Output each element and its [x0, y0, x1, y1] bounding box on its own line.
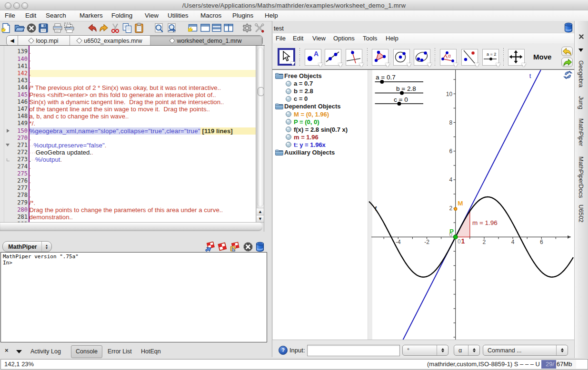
scroll-up-button[interactable]: ▲	[257, 208, 264, 215]
point-P[interactable]	[453, 235, 458, 239]
help-icon[interactable]: ?	[279, 346, 288, 355]
tool-dropdown-arrow-icon[interactable]	[453, 63, 458, 67]
gg-menu-help[interactable]: Help	[386, 35, 399, 42]
fold-open-icon[interactable]	[6, 144, 10, 146]
point-tool-button[interactable]: A	[305, 49, 321, 66]
menu-markers[interactable]: Markers	[80, 12, 103, 19]
split-vertical-icon[interactable]	[223, 22, 234, 34]
database-icon[interactable]	[256, 242, 266, 252]
ellipse-tool-button[interactable]	[414, 49, 430, 66]
scrollbar-thumb[interactable]	[258, 87, 264, 96]
save-icon[interactable]	[38, 22, 49, 34]
dock-tab-jung[interactable]: Jung	[578, 96, 585, 109]
polygon-tool-button[interactable]	[372, 49, 389, 66]
algebra-item-b[interactable]: b = 2.8	[273, 87, 368, 95]
tool-dropdown-arrow-icon[interactable]	[427, 63, 432, 67]
algebra-item-t:[interactable]: t: y = 1.96x	[273, 141, 368, 148]
console-output[interactable]: MathPiper version ".75a"In>	[0, 252, 267, 342]
copy-icon[interactable]	[121, 22, 133, 34]
run-in-buffer-icon[interactable]	[229, 242, 240, 252]
find-icon[interactable]	[153, 22, 165, 34]
cut-icon[interactable]	[110, 22, 121, 34]
menu-folding[interactable]: Folding	[111, 12, 132, 19]
run-script-icon[interactable]	[205, 242, 215, 252]
tool-dropdown-arrow-icon[interactable]	[475, 63, 479, 67]
plugin-manager-icon[interactable]	[254, 22, 265, 34]
tool-dropdown-arrow-icon[interactable]	[385, 63, 390, 67]
algebra-item-c[interactable]: c = 0	[273, 95, 368, 102]
undo-button[interactable]	[561, 47, 573, 56]
text-editor[interactable]: 1391401411421431441451461471481491502702…	[0, 46, 264, 223]
algebra-item-a[interactable]: a = 0.7	[273, 79, 368, 87]
editor-vertical-scrollbar[interactable]: ▲ ▼	[256, 46, 264, 222]
menu-plugins[interactable]: Plugins	[232, 12, 253, 19]
memory-gauge[interactable]: 29/ 67Mb	[541, 360, 576, 369]
degree-selector[interactable]: °	[402, 345, 448, 356]
undo-icon[interactable]	[87, 22, 98, 34]
print-icon[interactable]	[52, 22, 63, 34]
dock-tab-activity-log[interactable]: Activity Log	[30, 348, 61, 355]
menu-file[interactable]: File	[5, 12, 15, 19]
gg-menu-edit[interactable]: Edit	[293, 35, 303, 42]
tool-dropdown-arrow-icon[interactable]	[496, 63, 500, 67]
fold-collapsed-icon[interactable]	[7, 129, 10, 133]
dock-close-icon[interactable]	[579, 34, 584, 39]
tool-dropdown-arrow-icon[interactable]	[338, 63, 343, 67]
graphics-canvas[interactable]	[372, 70, 574, 340]
gg-menu-view[interactable]: View	[312, 35, 326, 42]
scroll-down-button[interactable]: ▼	[257, 215, 264, 222]
menu-search[interactable]: Search	[46, 12, 66, 19]
line-tool-button[interactable]	[325, 49, 341, 66]
open-folder-icon[interactable]	[14, 22, 25, 34]
slider-tool-button[interactable]: a = 2	[482, 49, 499, 66]
shell-selector[interactable]: MathPiper ▲▼	[2, 241, 52, 252]
algebra-item-m[interactable]: m = 1.96	[273, 133, 368, 141]
find-next-icon[interactable]	[166, 22, 178, 34]
stop-icon[interactable]	[243, 242, 253, 252]
page-setup-icon[interactable]	[64, 22, 75, 34]
new-view-icon[interactable]	[187, 22, 199, 34]
buffer-tab-loop.mpi[interactable]: loop.mpi	[18, 36, 70, 46]
new-file-icon[interactable]	[0, 22, 12, 34]
dock-tab-mathpiper[interactable]: MathPiper	[578, 118, 585, 146]
move-view-tool-button[interactable]	[508, 49, 525, 66]
graphics-view[interactable]: -4-224624681000a = 0.7b = 2.8c = 0ft1m =…	[368, 70, 574, 340]
move-tool-button[interactable]	[278, 48, 295, 66]
global-options-icon[interactable]	[241, 22, 253, 34]
dock-tab-u6502[interactable]: U6502	[578, 204, 585, 223]
circle-tool-button[interactable]	[393, 49, 410, 66]
paste-icon[interactable]	[133, 22, 145, 34]
algebra-item-P[interactable]: P = (0, 0)	[273, 118, 368, 126]
tool-dropdown-arrow-icon[interactable]	[521, 63, 526, 67]
menu-edit[interactable]: Edit	[25, 12, 36, 19]
menu-utilities[interactable]: Utilities	[168, 12, 189, 19]
tool-dropdown-arrow-icon[interactable]	[407, 63, 411, 67]
buffer-tab-worksheet_demo_1.mrw[interactable]: worksheet_demo_1.mrw	[150, 36, 262, 46]
angle-tool-button[interactable]: α	[440, 49, 457, 66]
reflect-tool-button[interactable]	[461, 49, 478, 66]
command-input[interactable]	[307, 345, 400, 356]
tool-dropdown-arrow-icon[interactable]	[290, 62, 295, 66]
algebra-view[interactable]: Free Objectsa = 0.7b = 2.8c = 0Dependent…	[273, 70, 368, 340]
editor-horizontal-scrollbar[interactable]	[0, 222, 263, 232]
dock-tab-mathpiperdocs[interactable]: MathPiperDocs	[578, 156, 585, 198]
algebra-item-f(x)[interactable]: f(x) = 2.8 sin(0.7 x)	[273, 126, 368, 133]
dock-menu-arrow-icon[interactable]	[16, 350, 22, 353]
command-selector[interactable]: Command ...	[483, 345, 568, 356]
gg-menu-options[interactable]: Options	[333, 35, 355, 42]
split-horizontal-icon[interactable]	[211, 22, 222, 34]
hscrollbar-thumb[interactable]	[0, 223, 262, 231]
dock-close-icon[interactable]: ×	[5, 348, 9, 353]
menu-help[interactable]: Help	[265, 12, 278, 19]
tool-dropdown-arrow-icon[interactable]	[318, 63, 323, 67]
buffer-tab-u6502_examples.mrw[interactable]: u6502_examples.mrw	[70, 36, 150, 46]
close-buffer-icon[interactable]	[26, 22, 37, 34]
dock-tab-geogebra[interactable]: Geogebra	[578, 60, 585, 88]
algebra-folder-free-objects[interactable]: Free Objects	[273, 72, 368, 79]
gg-menu-tools[interactable]: Tools	[363, 35, 377, 42]
dock-popup-arrow-icon[interactable]	[578, 49, 583, 52]
menu-macros[interactable]: Macros	[200, 12, 221, 19]
menu-view[interactable]: View	[145, 12, 159, 19]
redo-icon[interactable]	[98, 22, 110, 34]
point-M[interactable]	[454, 207, 457, 210]
